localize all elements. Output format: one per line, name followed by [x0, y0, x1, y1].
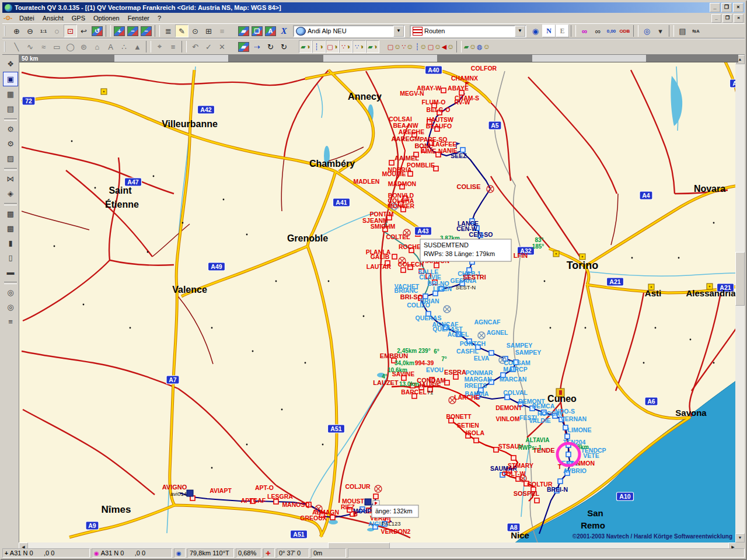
undo-button[interactable]: ↶ [189, 40, 202, 53]
panel1-tool[interactable]: ▩ [4, 207, 18, 220]
mdi-minimize-button[interactable]: _ [711, 14, 721, 23]
waypoint-marker-red[interactable] [441, 88, 446, 93]
face-map-button[interactable]: ▢☺ [428, 40, 441, 53]
draw-circle-button[interactable]: ◯ [64, 40, 77, 53]
map-list-button[interactable]: ≡ [215, 24, 229, 37]
waypoint-marker-blue[interactable] [558, 479, 563, 484]
face-route-button[interactable]: ∵☺ [401, 40, 414, 53]
waypoint-marker-red[interactable] [330, 515, 335, 520]
style-track-button[interactable]: ┆◑ [312, 40, 326, 53]
mdi-close-button[interactable]: × [734, 14, 743, 23]
mdi-system-icon[interactable]: -⊙- [4, 15, 12, 22]
find-button[interactable]: ∞ [591, 24, 605, 37]
zoom-in-button[interactable]: ⊕ [10, 24, 23, 37]
cancel-button[interactable]: ✕ [215, 40, 229, 53]
draw-polygon-button[interactable]: ⌂ [90, 40, 104, 53]
menu-item-gps[interactable]: GPS [68, 13, 89, 23]
diamond-tool[interactable]: ◈ [4, 187, 18, 200]
textroute-button[interactable]: ⇆A [689, 24, 703, 37]
waypoint-marker-red[interactable] [401, 268, 406, 272]
lines-tool[interactable]: ≡ [4, 315, 18, 328]
map-combo[interactable]: Andi Alp NEU▼ [293, 25, 405, 37]
waypoint-marker-red[interactable] [474, 438, 479, 443]
style-route2-button[interactable]: ∵◑ [352, 40, 366, 53]
map-viewport[interactable]: 50 km [19, 55, 738, 542]
map-manager-button[interactable]: ▰ [237, 24, 250, 37]
layers-button[interactable]: ≣ [162, 24, 175, 37]
position-button[interactable]: ⌖ [153, 40, 166, 53]
waypoint-marker-red[interactable] [374, 494, 378, 499]
draw-polyline-button[interactable]: ∿ [23, 40, 37, 53]
map-reload-button[interactable]: ↺ [90, 24, 104, 37]
odb-button[interactable]: ODB [618, 24, 631, 37]
toolbar-handle[interactable] [4, 26, 8, 36]
zoom-previous-button[interactable]: ↩ [77, 24, 90, 37]
nav-north-button[interactable]: N [542, 24, 556, 37]
minimize-button[interactable]: _ [710, 3, 720, 12]
route-edit-button[interactable]: ⇢ [250, 40, 264, 53]
map-window-button[interactable]: ❏ [250, 24, 264, 37]
toolbar-handle[interactable] [4, 41, 8, 52]
nav-marker[interactable] [365, 499, 371, 505]
waypoint-marker-red[interactable] [389, 160, 394, 165]
draw-text-button[interactable]: A [104, 40, 117, 53]
gear2-tool[interactable]: ⚙ [4, 137, 18, 150]
face-area-button[interactable]: ▢☺ [388, 40, 401, 53]
measure-button[interactable]: ≡ [166, 40, 180, 53]
menu-item-fenster[interactable]: Fenster [124, 13, 153, 23]
waypoint-marker-blue[interactable] [460, 148, 465, 152]
zoom-marquee-button[interactable]: ◌ [50, 24, 64, 37]
grid-coords-button[interactable]: 0,00 [605, 24, 618, 37]
close-map-button[interactable]: X [277, 24, 291, 37]
compass-button[interactable]: ⊙ [189, 24, 202, 37]
draw-rect-button[interactable]: ▭ [50, 40, 64, 53]
report-button[interactable]: ▤ [676, 24, 689, 37]
import-button[interactable]: ▰ [237, 40, 250, 53]
map-detail-button[interactable]: − [139, 24, 153, 37]
waypoint-marker-blue[interactable] [565, 434, 570, 439]
vertical-scroll-thumb[interactable] [735, 252, 745, 306]
draw-points-button[interactable]: ∴ [117, 40, 131, 53]
face-map2-button[interactable]: ▰☺ [463, 40, 477, 53]
style-route-button[interactable]: ∵◑ [339, 40, 352, 53]
zoom-100-button[interactable]: 1:1 [37, 24, 50, 37]
draw-route-button[interactable]: ≈ [37, 40, 50, 53]
waypoint-marker-blue[interactable] [566, 452, 571, 457]
menu-item-optionen[interactable]: Optionen [89, 13, 124, 23]
waypoint-marker-red[interactable] [392, 254, 397, 259]
zoom-window-button[interactable]: ⊡ [64, 24, 77, 37]
waypoint-marker-blue[interactable] [489, 351, 494, 355]
style-map-button[interactable]: ▰◑ [299, 40, 312, 53]
route-combo-dropdown[interactable]: ▼ [515, 26, 525, 37]
find-marked-button[interactable]: ∞ [578, 24, 591, 37]
map-zoom-in-button[interactable]: + [113, 24, 126, 37]
route-combo[interactable]: Routen▼ [410, 25, 526, 37]
waypoint-marker-red[interactable] [511, 456, 516, 460]
show-position-button[interactable]: ◉ [529, 24, 542, 37]
nav-marker[interactable] [187, 490, 193, 496]
title-bar[interactable]: Touratech QV 3.0.135 - [(1) QV Vectormap… [2, 2, 745, 13]
map-combo-dropdown[interactable]: ▼ [393, 26, 404, 37]
grid-button[interactable]: ⊞ [202, 24, 215, 37]
draw-ellipse-button[interactable]: ⊜ [77, 40, 90, 53]
scroll-down-button[interactable]: ▼ [735, 533, 745, 542]
tile-tool[interactable]: ▦ [4, 88, 18, 101]
at1-tool[interactable]: ◎ [4, 286, 18, 299]
map-zoom-out-button[interactable]: − [126, 24, 139, 37]
goto-button[interactable]: ◀☺ [441, 40, 455, 53]
page-tool[interactable]: ▤ [4, 102, 18, 116]
close-button[interactable]: × [733, 3, 743, 12]
apply-button[interactable]: ✓ [202, 40, 215, 53]
draw-line-button[interactable]: ╲ [10, 40, 23, 53]
style-maps-button[interactable]: ▰◑ [366, 40, 379, 53]
zoom-out-button[interactable]: ⊖ [23, 24, 37, 37]
draw-symbol-button[interactable]: ▲ [131, 40, 144, 53]
recalc-button[interactable]: ↻ [264, 40, 277, 53]
panel2-tool[interactable]: ▩ [4, 222, 18, 235]
face-track-button[interactable]: ┆☺ [414, 40, 428, 53]
save-tool[interactable]: ▣ [3, 72, 18, 86]
vertical-scrollbar[interactable]: ▲ ▼ [735, 55, 745, 542]
map-font-button[interactable]: A [264, 24, 277, 37]
menu-item-ansicht[interactable]: Ansicht [39, 13, 68, 23]
target-dropdown-button[interactable]: ▾ [654, 24, 667, 37]
